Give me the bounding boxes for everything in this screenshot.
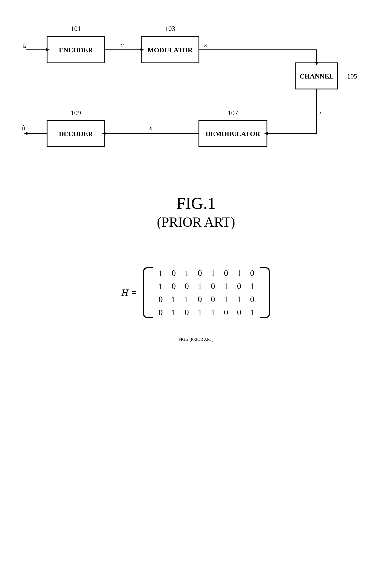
- modulator-label: MODULATOR: [148, 46, 193, 54]
- page: 101 103 —105 107 109 ENCODER MODULATOR C…: [0, 0, 392, 580]
- fig2-title: FIG.2: [178, 337, 188, 342]
- channel-label: CHANNEL: [300, 72, 334, 80]
- fig2-prior-art: (PRIOR ART): [189, 337, 214, 342]
- matrix-bracket: 10101010100101010110011001011001: [142, 266, 271, 319]
- matrix-cell-1-2: 0: [183, 281, 191, 291]
- fig1-caption: FIG.1 (PRIOR ART): [21, 194, 371, 230]
- matrix-cell-1-1: 0: [170, 281, 178, 291]
- signal-x: x: [149, 124, 153, 132]
- matrix-cell-2-2: 1: [183, 294, 191, 304]
- signal-s: s: [204, 41, 207, 49]
- bracket-left-svg: [142, 266, 155, 319]
- matrix-cell-1-3: 1: [196, 281, 204, 291]
- signal-c: c: [120, 41, 124, 49]
- fig1-prior-art: (PRIOR ART): [21, 214, 371, 230]
- matrix-cell-2-3: 0: [196, 294, 204, 304]
- matrix-cell-3-4: 1: [209, 308, 217, 317]
- matrix-cell-0-4: 1: [209, 268, 217, 278]
- matrix-cell-0-0: 1: [157, 268, 165, 278]
- signal-r: r: [319, 109, 322, 117]
- signal-u: u: [23, 41, 27, 49]
- matrix-cell-0-6: 1: [235, 268, 243, 278]
- matrix-cell-2-4: 0: [209, 294, 217, 304]
- matrix-cell-3-6: 0: [235, 308, 243, 317]
- matrix-cell-3-7: 1: [248, 308, 256, 317]
- matrix-cell-1-6: 0: [235, 281, 243, 291]
- matrix-label: H =: [121, 287, 137, 298]
- matrix-cell-1-5: 1: [222, 281, 230, 291]
- matrix-cell-1-0: 1: [157, 281, 165, 291]
- matrix-cell-3-0: 0: [157, 308, 165, 317]
- matrix-cell-2-6: 1: [235, 294, 243, 304]
- ref-103: 103: [165, 25, 175, 32]
- matrix-cell-0-5: 0: [222, 268, 230, 278]
- demodulator-label: DEMODULATOR: [206, 130, 260, 138]
- fig1-diagram: 101 103 —105 107 109 ENCODER MODULATOR C…: [21, 21, 371, 183]
- matrix-cell-2-1: 1: [170, 294, 178, 304]
- fig1-title: FIG.1: [21, 194, 371, 213]
- ref-109: 109: [71, 109, 81, 117]
- encoder-label: ENCODER: [59, 46, 93, 54]
- fig2-caption: FIG.2 (PRIOR ART): [21, 337, 371, 342]
- matrix-cell-0-7: 0: [248, 268, 256, 278]
- matrix-cell-2-0: 0: [157, 294, 165, 304]
- matrix-cell-3-1: 1: [170, 308, 178, 317]
- matrix-equation: H = 10101010100101010110011001011001: [121, 266, 270, 319]
- ref-107: 107: [228, 109, 238, 117]
- matrix-cell-3-3: 1: [196, 308, 204, 317]
- signal-u-hat: û: [21, 124, 25, 132]
- matrix-cell-2-5: 1: [222, 294, 230, 304]
- decoder-label: DECODER: [59, 130, 93, 138]
- matrix-cell-1-4: 0: [209, 281, 217, 291]
- matrix-cell-1-7: 1: [248, 281, 256, 291]
- matrix-cell-2-7: 0: [248, 294, 256, 304]
- matrix-cell-0-3: 0: [196, 268, 204, 278]
- matrix-section: H = 10101010100101010110011001011001: [21, 266, 371, 319]
- matrix-cell-3-5: 0: [222, 308, 230, 317]
- bracket-right-svg: [257, 266, 271, 319]
- matrix-cell-0-1: 0: [170, 268, 178, 278]
- ref-105: —105: [340, 72, 357, 80]
- matrix-cell-3-2: 0: [183, 308, 191, 317]
- matrix-grid: 10101010100101010110011001011001: [155, 266, 257, 319]
- matrix-cell-0-2: 1: [183, 268, 191, 278]
- ref-101: 101: [71, 25, 81, 32]
- arrow-decoder-output: [24, 132, 27, 135]
